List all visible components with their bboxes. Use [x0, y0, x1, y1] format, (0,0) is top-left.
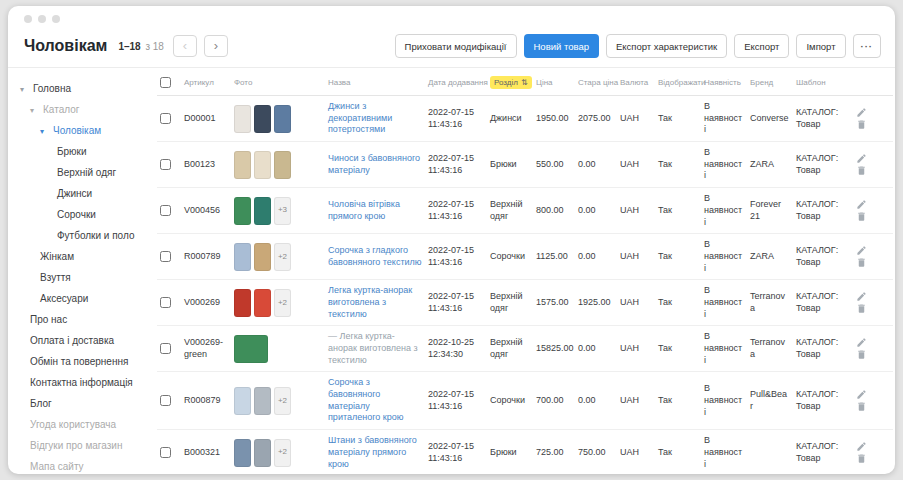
delete-button[interactable] — [856, 349, 867, 361]
product-photo[interactable] — [234, 243, 251, 271]
sidebar-item[interactable]: Аксесуари — [20, 288, 151, 309]
product-photo[interactable] — [274, 105, 291, 133]
sidebar-item-label: Жінкам — [40, 251, 74, 262]
row-checkbox[interactable] — [160, 395, 171, 406]
sidebar-item[interactable]: Сорочки — [20, 204, 151, 225]
photo-strip — [234, 105, 322, 133]
row-checkbox[interactable] — [160, 159, 171, 170]
table-row: R000789 +2 Сорочка з гладкого бавовняног… — [157, 234, 893, 280]
delete-button[interactable] — [856, 401, 867, 413]
product-table-panel: Артикул Фото Назва Дата додавання Розділ… — [153, 68, 895, 474]
sidebar-item[interactable]: Джинси — [20, 183, 151, 204]
product-photo[interactable] — [234, 387, 251, 415]
section-cell: Верхній одяг — [487, 188, 533, 234]
product-name-link[interactable]: Чоловіча вітрівка прямого крою — [328, 199, 400, 221]
sidebar-item[interactable]: Брюки — [20, 141, 151, 162]
product-photo[interactable] — [234, 289, 251, 317]
product-photo[interactable] — [254, 151, 271, 179]
brand-cell: Pull&Bear — [747, 372, 793, 430]
edit-button[interactable] — [856, 337, 867, 349]
sidebar-item[interactable]: Обмін та повернення — [20, 351, 151, 372]
new-product-button[interactable]: Новий товар — [524, 34, 599, 58]
edit-button[interactable] — [856, 291, 867, 303]
more-photos-badge[interactable]: +2 — [274, 439, 291, 467]
row-checkbox[interactable] — [160, 113, 171, 124]
edit-button[interactable] — [856, 107, 867, 119]
old-price-cell: 0.00 — [575, 326, 617, 372]
sidebar-item[interactable]: Жінкам — [20, 246, 151, 267]
section-cell: Сорочки — [487, 234, 533, 280]
sidebar: Головна Каталог Чоловікам Брюки — [8, 68, 153, 474]
product-name-link[interactable]: Джинси з декоративними потертостями — [328, 101, 392, 134]
brand-cell: Terranova — [747, 280, 793, 326]
export-button[interactable]: Експорт — [734, 34, 789, 58]
pencil-icon — [856, 441, 867, 452]
more-photos-badge[interactable]: +2 — [274, 243, 291, 271]
sidebar-item[interactable]: Каталог — [20, 99, 151, 120]
sidebar-item[interactable]: Чоловікам — [20, 120, 151, 141]
more-actions-button[interactable]: ··· — [853, 34, 882, 58]
edit-button[interactable] — [856, 245, 867, 257]
edit-button[interactable] — [856, 389, 867, 401]
delete-button[interactable] — [856, 211, 867, 223]
edit-button[interactable] — [856, 199, 867, 211]
product-photo[interactable] — [254, 105, 271, 133]
hide-modifications-button[interactable]: Приховати модифікації — [395, 34, 517, 58]
row-checkbox[interactable] — [160, 297, 171, 308]
delete-button[interactable] — [856, 257, 867, 269]
product-name-link[interactable]: Сорочка з гладкого бавовняного текстилю — [328, 245, 422, 267]
sidebar-item[interactable]: Верхній одяг — [20, 162, 151, 183]
product-photo[interactable] — [234, 105, 251, 133]
sidebar-item[interactable]: Футболки и поло — [20, 225, 151, 246]
more-photos-badge[interactable]: +2 — [274, 387, 291, 415]
availability-cell: В наявності — [701, 188, 747, 234]
pagination-next-button[interactable]: › — [204, 35, 228, 57]
delete-button[interactable] — [856, 303, 867, 315]
sidebar-item[interactable]: Мапа сайту — [20, 456, 151, 474]
delete-button[interactable] — [856, 165, 867, 177]
sidebar-item[interactable]: Взуття — [20, 267, 151, 288]
sku-cell: R000879 — [181, 372, 231, 430]
import-button[interactable]: Імпорт — [796, 34, 845, 58]
sidebar-item[interactable]: Головна — [20, 78, 151, 99]
more-photos-badge[interactable]: +3 — [274, 197, 291, 225]
product-name-link[interactable]: Штани з бавовняного матеріалу прямого кр… — [328, 435, 417, 468]
pagination-prev-button[interactable]: ‹ — [173, 35, 197, 57]
product-photo[interactable] — [254, 289, 271, 317]
product-name-link[interactable]: Сорочка з бавовняного матеріалу притален… — [328, 377, 403, 422]
edit-button[interactable] — [856, 441, 867, 453]
window-control-dot[interactable] — [52, 15, 60, 23]
product-photo[interactable] — [254, 387, 271, 415]
column-section-pill[interactable]: Розділ ⇅ — [490, 76, 532, 89]
sidebar-item[interactable]: Блог — [20, 393, 151, 414]
product-photo[interactable] — [254, 243, 271, 271]
sidebar-item[interactable]: Відгуки про магазин — [20, 435, 151, 456]
row-checkbox[interactable] — [160, 343, 171, 354]
product-photo[interactable] — [254, 197, 271, 225]
row-checkbox[interactable] — [160, 251, 171, 262]
row-checkbox[interactable] — [160, 205, 171, 216]
window-control-dot[interactable] — [38, 15, 46, 23]
sku-cell: B00123 — [181, 142, 231, 188]
window-control-dot[interactable] — [24, 15, 32, 23]
sidebar-item[interactable]: Про нас — [20, 309, 151, 330]
delete-button[interactable] — [856, 119, 867, 131]
product-photo[interactable] — [254, 439, 271, 467]
delete-button[interactable] — [856, 453, 867, 465]
product-photo[interactable] — [274, 151, 291, 179]
sidebar-item[interactable]: Оплата і доставка — [20, 330, 151, 351]
export-characteristics-button[interactable]: Експорт характеристик — [606, 34, 727, 58]
product-name-link[interactable]: Легка куртка-анорак виготовлена з тексти… — [328, 285, 412, 318]
select-all-checkbox[interactable] — [160, 77, 171, 88]
product-name-link[interactable]: — Легка куртка-анорак виготовлена з текс… — [328, 331, 418, 364]
edit-button[interactable] — [856, 153, 867, 165]
sidebar-item[interactable]: Угода користувача — [20, 414, 151, 435]
product-photo[interactable] — [234, 151, 251, 179]
row-checkbox[interactable] — [160, 447, 171, 458]
sidebar-item[interactable]: Контактна інформація — [20, 372, 151, 393]
product-photo[interactable] — [234, 197, 251, 225]
product-photo[interactable] — [234, 439, 251, 467]
more-photos-badge[interactable]: +2 — [274, 289, 291, 317]
product-name-link[interactable]: Чиноси з бавовняного матеріалу — [328, 153, 420, 175]
product-photo[interactable] — [234, 335, 268, 363]
